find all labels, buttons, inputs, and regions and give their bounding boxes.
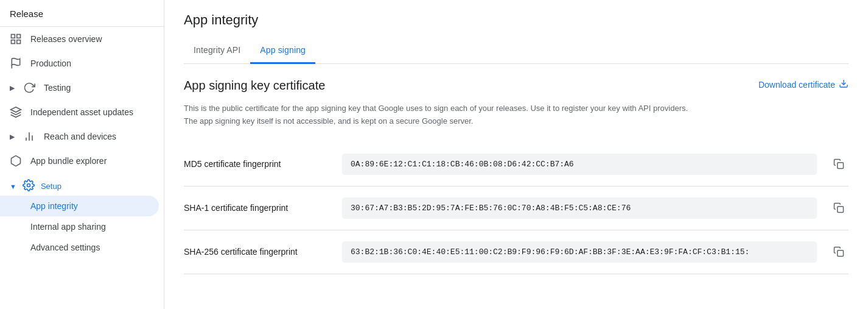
- sidebar-sub-item-advanced-settings[interactable]: Advanced settings: [0, 237, 159, 258]
- sidebar-sub-item-app-integrity[interactable]: App integrity: [0, 196, 159, 216]
- copy-md5-button[interactable]: [829, 154, 849, 174]
- layers-icon: [10, 106, 22, 118]
- sidebar-sub-item-label: Internal app sharing: [30, 222, 106, 232]
- svg-rect-2: [12, 40, 15, 44]
- section-description: This is the public certificate for the a…: [184, 102, 701, 128]
- sidebar-sub-item-internal-app-sharing[interactable]: Internal app sharing: [0, 216, 159, 237]
- refresh-icon: [23, 82, 35, 94]
- app-signing-content: App signing key certificate Download cer…: [184, 64, 849, 274]
- copy-icon: [833, 158, 844, 169]
- svg-rect-13: [838, 250, 844, 257]
- sidebar-item-app-bundle-explorer[interactable]: App bundle explorer: [0, 149, 159, 173]
- svg-rect-11: [838, 163, 844, 169]
- sidebar-item-testing[interactable]: ▶ Testing: [0, 76, 159, 100]
- cert-row-sha256: SHA-256 certificate fingerprint 63:B2:1B…: [184, 230, 849, 274]
- copy-sha256-button[interactable]: [829, 242, 849, 261]
- settings-icon: [23, 179, 35, 193]
- cert-label-md5: MD5 certificate fingerprint: [184, 159, 330, 169]
- sidebar-header: Release: [0, 0, 164, 27]
- cert-row-md5: MD5 certificate fingerprint 0A:89:6E:12:…: [184, 143, 849, 186]
- sidebar-item-label: Reach and devices: [44, 132, 116, 141]
- bar-chart-icon: [23, 130, 35, 143]
- cert-value-sha256: 63:B2:1B:36:C0:4E:40:E5:11:00:C2:B9:F9:9…: [342, 241, 817, 263]
- sidebar: Release Releases overview Production ▶ T…: [0, 0, 164, 309]
- sidebar-setup-section[interactable]: ▼ Setup: [0, 173, 164, 196]
- svg-rect-1: [17, 35, 21, 38]
- cert-value-md5: 0A:89:6E:12:C1:C1:18:CB:46:0B:08:D6:42:C…: [342, 154, 817, 175]
- sidebar-item-production[interactable]: Production: [0, 51, 159, 76]
- grid-icon: [10, 33, 22, 45]
- cert-label-sha1: SHA-1 certificate fingerprint: [184, 203, 330, 213]
- tabs: Integrity API App signing: [184, 38, 849, 64]
- sidebar-sub-item-label: App integrity: [30, 201, 78, 211]
- section-title: App signing key certificate: [184, 79, 325, 93]
- main-content: App integrity Integrity API App signing …: [164, 0, 868, 309]
- chevron-right-icon: ▶: [10, 133, 15, 141]
- svg-point-9: [27, 184, 30, 187]
- sidebar-item-label: Releases overview: [30, 34, 102, 44]
- tab-app-signing[interactable]: App signing: [250, 38, 315, 64]
- setup-section-label: Setup: [41, 182, 61, 191]
- sidebar-item-reach-and-devices[interactable]: ▶ Reach and devices: [0, 124, 159, 149]
- chevron-right-icon: ▶: [10, 84, 15, 92]
- sidebar-item-releases-overview[interactable]: Releases overview: [0, 27, 159, 51]
- sidebar-sub-item-label: Advanced settings: [30, 243, 100, 252]
- sidebar-item-independent-asset-updates[interactable]: Independent asset updates: [0, 100, 159, 124]
- download-icon: [839, 79, 849, 90]
- tab-integrity-api[interactable]: Integrity API: [184, 38, 250, 64]
- cert-row-sha1: SHA-1 certificate fingerprint 30:67:A7:B…: [184, 186, 849, 230]
- sidebar-item-label: Testing: [44, 83, 71, 93]
- svg-rect-3: [17, 40, 21, 44]
- page-title: App integrity: [184, 12, 849, 28]
- box-icon: [10, 155, 22, 167]
- cert-label-sha256: SHA-256 certificate fingerprint: [184, 247, 330, 257]
- chevron-down-icon: ▼: [10, 183, 16, 190]
- copy-icon: [833, 202, 844, 213]
- section-header-row: App signing key certificate Download cer…: [184, 79, 849, 98]
- download-certificate-button[interactable]: Download certificate: [758, 79, 849, 90]
- svg-rect-0: [12, 35, 15, 38]
- copy-icon: [833, 246, 844, 257]
- svg-rect-12: [838, 207, 844, 213]
- sidebar-item-label: Independent asset updates: [30, 107, 133, 117]
- cert-value-sha1: 30:67:A7:B3:B5:2D:95:7A:FE:B5:76:0C:70:A…: [342, 197, 817, 219]
- sidebar-item-label: App bundle explorer: [30, 156, 107, 166]
- sidebar-item-label: Production: [30, 59, 71, 68]
- copy-sha1-button[interactable]: [829, 198, 849, 218]
- flag-icon: [10, 57, 22, 69]
- svg-marker-5: [11, 107, 21, 112]
- download-button-label: Download certificate: [758, 80, 835, 90]
